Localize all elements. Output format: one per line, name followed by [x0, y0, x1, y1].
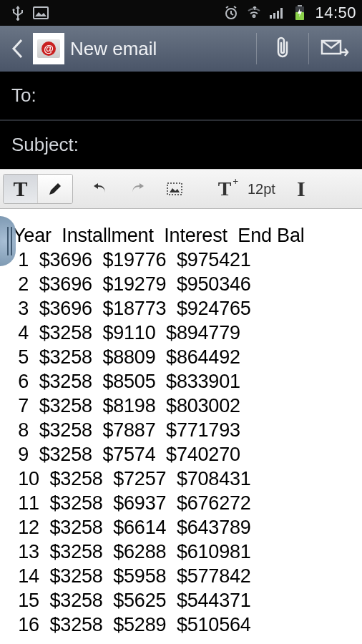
- to-label: To:: [11, 84, 36, 106]
- text-cursor-handle[interactable]: [0, 216, 16, 266]
- format-toolbar: T T+ 12pt I: [0, 169, 362, 209]
- svg-rect-5: [280, 8, 283, 19]
- app-header: New email: [0, 26, 362, 72]
- image-icon: [33, 5, 49, 21]
- send-button[interactable]: [315, 38, 355, 59]
- svg-rect-4: [277, 11, 279, 19]
- page-title: New email: [70, 38, 250, 60]
- body-text[interactable]: Year Installment Interest End Bal 1 $369…: [3, 223, 359, 637]
- to-field[interactable]: To:: [0, 72, 362, 119]
- svg-rect-10: [167, 183, 182, 195]
- svg-rect-3: [273, 13, 275, 19]
- svg-rect-6: [298, 5, 302, 6]
- signal-icon: [269, 5, 285, 21]
- attach-button[interactable]: [263, 36, 303, 61]
- status-time: 14:50: [315, 4, 356, 22]
- bold-button[interactable]: I: [285, 175, 317, 203]
- font-size-label: 12pt: [248, 181, 275, 197]
- draw-mode-button[interactable]: [38, 175, 72, 203]
- redo-button[interactable]: [122, 175, 153, 203]
- font-size-button[interactable]: T+: [209, 175, 240, 203]
- email-body[interactable]: Year Installment Interest End Bal 1 $369…: [0, 209, 362, 644]
- back-button[interactable]: [7, 39, 27, 59]
- insert-image-button[interactable]: [159, 175, 190, 203]
- alarm-icon: [223, 5, 239, 21]
- svg-rect-2: [270, 15, 272, 19]
- email-app-icon: [33, 33, 64, 64]
- subject-field[interactable]: Subject:: [0, 121, 362, 169]
- subject-label: Subject:: [11, 134, 79, 155]
- usb-icon: [10, 5, 26, 21]
- text-mode-button[interactable]: T: [4, 175, 38, 203]
- svg-rect-0: [34, 7, 48, 19]
- wifi-icon: [246, 5, 262, 21]
- status-bar: 14:50: [0, 0, 362, 26]
- battery-icon: [292, 5, 308, 21]
- undo-button[interactable]: [84, 175, 116, 203]
